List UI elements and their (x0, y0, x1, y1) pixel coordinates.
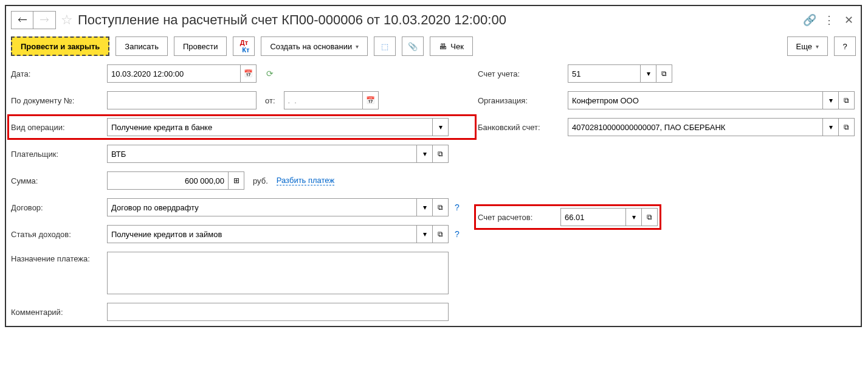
chevron-down-icon: ▾ (816, 43, 819, 50)
income-help-icon[interactable]: ? (455, 229, 460, 239)
page-title: Поступление на расчетный счет КП00-00000… (78, 12, 797, 28)
chevron-down-icon: ▾ (423, 203, 427, 212)
chevron-down-icon: ▾ (829, 123, 833, 131)
more-menu-icon[interactable]: ⋮ (822, 13, 836, 27)
comment-label: Комментарий: (11, 308, 107, 317)
attachment-button[interactable]: 📎 (402, 36, 424, 56)
chevron-down-icon: ▾ (632, 213, 636, 221)
doc-number-input[interactable] (107, 91, 257, 109)
create-based-label: Создать на основании (270, 42, 352, 51)
cheque-button[interactable]: 🖶 Чек (430, 36, 473, 56)
from-label: от: (265, 96, 275, 105)
more-label: Еще (796, 42, 812, 51)
link-icon[interactable]: 🔗 (802, 13, 817, 27)
purpose-textarea[interactable] (107, 252, 449, 294)
save-button[interactable]: Записать (115, 36, 168, 56)
purpose-label: Назначение платежа: (11, 252, 107, 263)
chevron-down-icon: ▾ (439, 123, 443, 131)
date-label: Дата: (11, 69, 107, 78)
chevron-down-icon: ▾ (829, 96, 833, 105)
payer-open[interactable]: ⧉ (433, 145, 449, 163)
organization-open[interactable]: ⧉ (839, 91, 855, 109)
income-item-input[interactable] (107, 225, 417, 243)
calculator-icon: ⊞ (233, 176, 239, 185)
hierarchy-icon: ⬚ (381, 42, 388, 51)
income-item-label: Статья доходов: (11, 230, 107, 239)
favorite-star-icon[interactable]: ☆ (61, 12, 73, 28)
create-based-button[interactable]: Создать на основании ▾ (261, 36, 368, 56)
amount-input[interactable] (107, 171, 229, 190)
payer-label: Плательщик: (11, 150, 107, 159)
bank-account-input[interactable] (568, 118, 823, 136)
open-icon: ⧉ (661, 69, 667, 78)
settlement-open[interactable]: ⧉ (642, 208, 658, 226)
post-and-close-button[interactable]: Провести и закрыть (11, 36, 109, 56)
organization-input[interactable] (568, 91, 823, 109)
post-button[interactable]: Провести (174, 36, 227, 56)
payer-input[interactable] (107, 145, 417, 163)
calendar-icon: 📅 (366, 96, 375, 105)
settlement-account-label: Счет расчетов: (478, 213, 560, 222)
cheque-label: Чек (450, 42, 464, 51)
calendar-button[interactable]: 📅 (241, 64, 257, 83)
bank-account-dropdown[interactable]: ▾ (823, 118, 839, 136)
account-open[interactable]: ⧉ (656, 64, 672, 83)
chevron-down-icon: ▾ (423, 230, 427, 238)
split-payment-link[interactable]: Разбить платеж (277, 176, 334, 185)
paperclip-icon: 📎 (408, 42, 418, 51)
open-icon: ⧉ (438, 230, 443, 238)
nav-back-button[interactable]: 🡐 (12, 12, 33, 29)
settlement-dropdown[interactable]: ▾ (626, 208, 642, 226)
open-icon: ⧉ (647, 213, 652, 221)
printer-icon: 🖶 (439, 42, 447, 51)
organization-label: Организация: (478, 96, 568, 105)
from-date-input[interactable] (284, 91, 363, 109)
date-input[interactable] (107, 64, 241, 83)
contract-input[interactable] (107, 198, 417, 216)
from-calendar-button[interactable]: 📅 (363, 91, 379, 109)
calendar-icon: 📅 (244, 69, 253, 78)
help-button[interactable]: ? (834, 36, 856, 56)
chevron-down-icon: ▾ (423, 150, 427, 158)
open-icon: ⧉ (844, 96, 849, 105)
currency-label: руб. (253, 176, 268, 185)
account-label: Счет учета: (478, 69, 568, 78)
organization-dropdown[interactable]: ▾ (823, 91, 839, 109)
settlement-account-input[interactable] (560, 208, 626, 226)
chevron-down-icon: ▾ (356, 43, 359, 50)
more-button[interactable]: Еще ▾ (787, 36, 828, 56)
contract-label: Договор: (11, 203, 107, 212)
comment-input[interactable] (107, 303, 449, 321)
amount-calc[interactable]: ⊞ (229, 171, 244, 190)
doc-number-label: По документу №: (11, 96, 107, 105)
income-item-dropdown[interactable]: ▾ (417, 225, 433, 243)
contract-dropdown[interactable]: ▾ (417, 198, 433, 216)
account-input[interactable] (568, 64, 641, 83)
refresh-icon[interactable]: ⟳ (266, 69, 274, 78)
close-icon[interactable]: ✕ (841, 13, 856, 27)
chevron-down-icon: ▾ (647, 69, 650, 78)
contract-help-icon[interactable]: ? (455, 202, 460, 212)
debit-credit-button[interactable]: ДтКт (233, 36, 255, 56)
income-item-open[interactable]: ⧉ (433, 225, 449, 243)
nav-forward-button[interactable]: 🡒 (33, 12, 55, 29)
open-icon: ⧉ (438, 203, 443, 212)
operation-type-label: Вид операции: (11, 123, 107, 132)
account-dropdown[interactable]: ▾ (641, 64, 656, 83)
contract-open[interactable]: ⧉ (433, 198, 449, 216)
amount-label: Сумма: (11, 176, 107, 185)
structure-button[interactable]: ⬚ (374, 36, 396, 56)
operation-type-dropdown[interactable]: ▾ (433, 118, 449, 136)
bank-account-open[interactable]: ⧉ (839, 118, 855, 136)
payer-dropdown[interactable]: ▾ (417, 145, 433, 163)
open-icon: ⧉ (844, 123, 849, 131)
dtk-icon: ДтКт (238, 39, 249, 54)
operation-type-input[interactable] (107, 118, 433, 136)
bank-account-label: Банковский счет: (478, 123, 568, 132)
open-icon: ⧉ (438, 150, 443, 158)
